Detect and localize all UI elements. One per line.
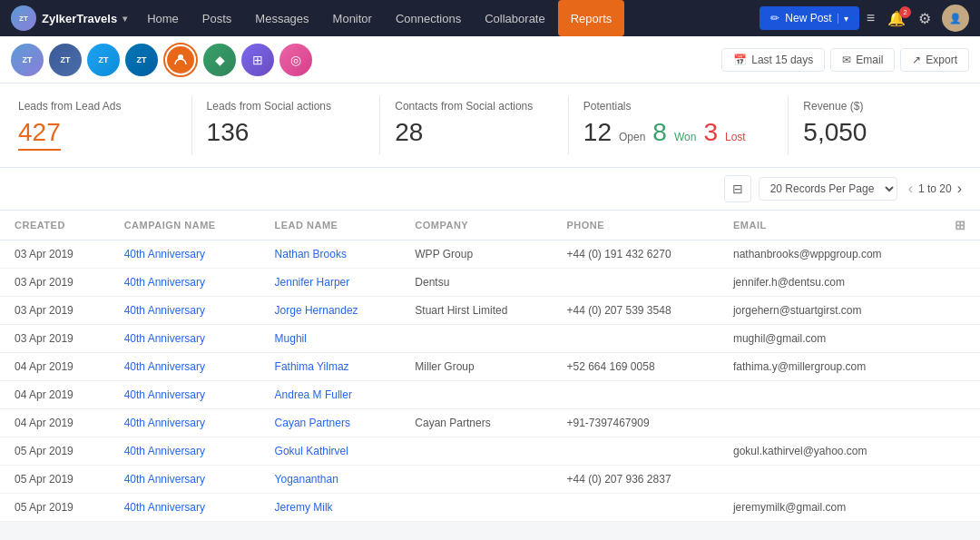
cell-leadname[interactable]: Cayan Partners	[260, 409, 401, 437]
cell-actions	[940, 381, 980, 409]
cell-leadname[interactable]: Nathan Brooks	[260, 241, 401, 269]
cell-created: 05 Apr 2019	[0, 466, 110, 494]
stat-potentials-label: Potentials	[583, 100, 774, 113]
user-avatar[interactable]: 👤	[942, 5, 969, 32]
cell-actions	[940, 409, 980, 437]
table-row: 03 Apr 2019 40th Anniversary Jennifer Ha…	[0, 269, 980, 297]
menu-icon-button[interactable]: ≡	[861, 6, 880, 30]
social-icon-linkedin[interactable]: ZT	[125, 44, 158, 76]
cell-leadname[interactable]: Jorge Hernandez	[260, 297, 401, 325]
top-nav: ZT ZylkerTravels ▾ Home Posts Messages M…	[0, 0, 980, 36]
cell-leadname[interactable]: Gokul Kathirvel	[260, 437, 401, 466]
cell-actions	[940, 466, 980, 494]
nav-connections[interactable]: Connections	[385, 0, 472, 36]
cell-leadname[interactable]: Jennifer Harper	[260, 269, 401, 297]
cell-phone	[552, 437, 718, 466]
notifications-button[interactable]: 🔔 2	[882, 6, 911, 31]
stat-leads-ads-value: 427	[18, 118, 61, 151]
cell-phone	[552, 494, 718, 522]
nav-collaborate[interactable]: Collaborate	[474, 0, 556, 36]
nav-home[interactable]: Home	[136, 0, 190, 36]
nav-reports[interactable]: Reports	[558, 0, 625, 36]
cell-created: 03 Apr 2019	[0, 269, 110, 297]
social-icon-grid[interactable]: ⊞	[241, 44, 274, 76]
social-icon-facebook[interactable]: ZT	[49, 44, 82, 76]
cell-actions	[940, 494, 980, 522]
table-row: 04 Apr 2019 40th Anniversary Andrea M Fu…	[0, 381, 980, 409]
social-icon-pink[interactable]: ◎	[279, 44, 312, 76]
cell-actions	[940, 353, 980, 381]
cell-campaign[interactable]: 40th Anniversary	[110, 494, 260, 522]
cell-created: 04 Apr 2019	[0, 409, 110, 437]
cell-actions	[940, 437, 980, 466]
stat-revenue-label: Revenue ($)	[803, 100, 962, 113]
table-toolbar: ⊟ 20 Records Per Page ‹ 1 to 20 ›	[0, 168, 980, 211]
email-button[interactable]: ✉ Email	[830, 48, 895, 72]
table-row: 03 Apr 2019 40th Anniversary Jorge Herna…	[0, 297, 980, 325]
cell-leadname[interactable]: Fathima Yilmaz	[260, 353, 401, 381]
cell-leadname[interactable]: Mughil	[260, 325, 401, 353]
cell-leadname[interactable]: Yogananthan	[260, 466, 401, 494]
col-header-actions: ⊞	[940, 211, 980, 241]
table-row: 04 Apr 2019 40th Anniversary Cayan Partn…	[0, 409, 980, 437]
social-icon-twitter[interactable]: ZT	[87, 44, 120, 76]
social-icon-all[interactable]: ZT	[11, 44, 44, 76]
col-header-leadname: LEAD NAME	[260, 211, 401, 241]
cell-company: Stuart Hirst Limited	[400, 297, 552, 325]
nav-messages[interactable]: Messages	[244, 0, 319, 36]
cell-email	[719, 466, 940, 494]
cell-actions	[940, 325, 980, 353]
cell-created: 04 Apr 2019	[0, 381, 110, 409]
pagination: ‹ 1 to 20 ›	[905, 179, 965, 199]
social-icon-orange[interactable]	[163, 43, 198, 77]
export-button[interactable]: ↗ Export	[900, 48, 969, 72]
cell-leadname[interactable]: Jeremy Milk	[260, 494, 401, 522]
cell-campaign[interactable]: 40th Anniversary	[110, 353, 260, 381]
stat-leads-social-label: Leads from Social actions	[207, 100, 366, 113]
filter-button[interactable]: ⊟	[724, 175, 751, 202]
cell-company	[400, 381, 552, 409]
cell-leadname[interactable]: Andrea M Fuller	[260, 381, 401, 409]
date-filter-button[interactable]: 📅 Last 15 days	[721, 48, 825, 72]
cell-created: 05 Apr 2019	[0, 494, 110, 522]
table-row: 05 Apr 2019 40th Anniversary Yogananthan…	[0, 466, 980, 494]
cell-company: Cayan Partners	[400, 409, 552, 437]
brand-name: ZylkerTravels	[42, 12, 117, 25]
nav-monitor[interactable]: Monitor	[322, 0, 383, 36]
export-label: Export	[926, 54, 957, 66]
social-icon-green[interactable]: ◆	[203, 44, 236, 76]
cell-campaign[interactable]: 40th Anniversary	[110, 409, 260, 437]
cell-company: Dentsu	[400, 269, 552, 297]
cell-actions	[940, 297, 980, 325]
page-prev-button[interactable]: ‹	[905, 179, 916, 199]
brand-chevron: ▾	[122, 14, 127, 24]
cell-campaign[interactable]: 40th Anniversary	[110, 437, 260, 466]
stat-contacts-social-value: 28	[395, 118, 554, 147]
social-bar: ZT ZT ZT ZT ◆ ⊞ ◎ 📅 Last 15 days ✉ Email…	[0, 36, 980, 83]
new-post-button[interactable]: ✏ New Post ▾	[760, 6, 858, 30]
cell-campaign[interactable]: 40th Anniversary	[110, 241, 260, 269]
stat-leads-social-value: 136	[207, 118, 366, 147]
nav-posts[interactable]: Posts	[191, 0, 243, 36]
cell-campaign[interactable]: 40th Anniversary	[110, 325, 260, 353]
potentials-lost-value: 3	[703, 118, 718, 147]
cell-created: 03 Apr 2019	[0, 241, 110, 269]
per-page-select[interactable]: 20 Records Per Page	[759, 177, 897, 201]
cell-phone	[552, 269, 718, 297]
page-next-button[interactable]: ›	[954, 179, 965, 199]
brand[interactable]: ZT ZylkerTravels ▾	[11, 5, 127, 31]
cell-campaign[interactable]: 40th Anniversary	[110, 297, 260, 325]
email-label: Email	[856, 54, 883, 66]
table-row: 05 Apr 2019 40th Anniversary Jeremy Milk…	[0, 494, 980, 522]
column-settings-icon[interactable]: ⊞	[955, 218, 965, 232]
stat-potentials-values: 12 Open 8 Won 3 Lost	[583, 118, 774, 147]
table-row: 03 Apr 2019 40th Anniversary Mughil mugh…	[0, 325, 980, 353]
cell-company: Miller Group	[400, 353, 552, 381]
cell-campaign[interactable]: 40th Anniversary	[110, 381, 260, 409]
cell-created: 05 Apr 2019	[0, 437, 110, 466]
cell-email: jennifer.h@dentsu.com	[719, 269, 940, 297]
cell-campaign[interactable]: 40th Anniversary	[110, 269, 260, 297]
cell-campaign[interactable]: 40th Anniversary	[110, 466, 260, 494]
settings-icon-button[interactable]: ⚙	[913, 6, 936, 31]
brand-avatar: ZT	[11, 5, 36, 31]
